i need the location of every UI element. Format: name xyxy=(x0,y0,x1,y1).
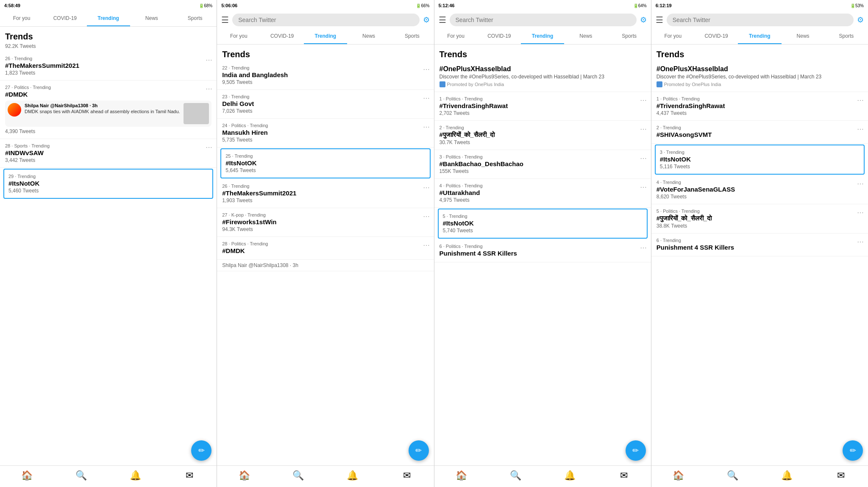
tab-covid---[interactable]: COVID-19 xyxy=(478,29,521,44)
tab-news[interactable]: News xyxy=(564,29,607,44)
trend-item[interactable]: 2 · Trending#पुजारियों_को_सैलरी_दो30.7K … xyxy=(434,121,651,150)
tab-sports[interactable]: Sports xyxy=(173,11,217,26)
trend-more-icon[interactable]: ⋯ xyxy=(857,96,864,104)
notifications-icon[interactable]: 🔔 xyxy=(760,470,814,481)
tab-trending[interactable]: Trending xyxy=(304,29,347,44)
settings-icon[interactable]: ⚙ xyxy=(640,15,647,25)
search-icon[interactable]: 🔍 xyxy=(54,470,108,481)
trend-more-icon[interactable]: ⋯ xyxy=(423,241,430,249)
trend-more-icon[interactable]: ⋯ xyxy=(423,184,430,192)
trend-more-icon[interactable]: ⋯ xyxy=(423,123,430,131)
trend-item[interactable]: 5 · Trending#ItsNotOK5,740 Tweets xyxy=(438,209,648,239)
search-icon[interactable]: 🔍 xyxy=(488,470,542,481)
trend-item[interactable]: 1 · Politics · Trending#TrivendraSinghRa… xyxy=(651,92,868,121)
search-icon[interactable]: 🔍 xyxy=(271,470,326,481)
trend-name: #Fireworks1stWin xyxy=(222,218,428,225)
tab-sports[interactable]: Sports xyxy=(825,29,868,44)
trend-more-icon[interactable]: ⋯ xyxy=(640,183,647,191)
tab-trending[interactable]: Trending xyxy=(87,11,130,26)
home-icon[interactable]: 🏠 xyxy=(434,470,489,481)
promoted-item[interactable]: #OnePlusXHasselbladDiscover the #OnePlus… xyxy=(651,61,868,92)
trend-more-icon[interactable]: ⋯ xyxy=(206,56,212,64)
trend-item[interactable]: 27 · K-pop · Trending#Fireworks1stWin94.… xyxy=(217,208,434,237)
promoted-item[interactable]: #OnePlusXHasselbladDiscover the #OnePlus… xyxy=(434,61,651,92)
trend-item[interactable]: 26 · Trending#TheMakersSummit20211,823 T… xyxy=(0,52,217,81)
tab-for-you[interactable]: For you xyxy=(0,11,43,26)
trend-more-icon[interactable]: ⋯ xyxy=(640,244,647,252)
trend-item[interactable]: 4 · Trending#VoteForJanaSenaGLASS8,620 T… xyxy=(651,175,868,204)
trend-item[interactable]: 22 · TrendingIndia and Bangladesh9,505 T… xyxy=(217,61,434,90)
tab-bar: For youCOVID-19TrendingNewsSports xyxy=(0,11,217,27)
messages-icon[interactable]: ✉ xyxy=(162,470,217,481)
trend-item[interactable]: 23 · TrendingDelhi Govt7,026 Tweets⋯ xyxy=(217,90,434,119)
hamburger-icon[interactable]: ☰ xyxy=(656,15,663,25)
trend-item[interactable]: 4 · Politics · Trending#Uttarakhand4,975… xyxy=(434,179,651,208)
hamburger-icon[interactable]: ☰ xyxy=(221,15,229,25)
trend-item[interactable]: 25 · Trending#ItsNotOK5,645 Tweets xyxy=(220,148,430,178)
tab-for-you[interactable]: For you xyxy=(651,29,695,44)
tab-for-you[interactable]: For you xyxy=(217,29,260,44)
trend-more-icon[interactable]: ⋯ xyxy=(857,125,864,133)
tab-covid---[interactable]: COVID-19 xyxy=(695,29,738,44)
notifications-icon[interactable]: 🔔 xyxy=(326,470,380,481)
notifications-icon[interactable]: 🔔 xyxy=(542,470,597,481)
tab-for-you[interactable]: For you xyxy=(434,29,478,44)
trend-item[interactable]: 6 · TrendingPunishment 4 SSR Killers⋯ xyxy=(651,234,868,256)
trend-more-icon[interactable]: ⋯ xyxy=(640,96,647,104)
trend-more-icon[interactable]: ⋯ xyxy=(423,65,430,73)
trend-item[interactable]: 24 · Politics · TrendingMansukh Hiren5,7… xyxy=(217,119,434,147)
trend-more-icon[interactable]: ⋯ xyxy=(640,154,647,162)
promoted-icon xyxy=(657,81,662,87)
tab-covid---[interactable]: COVID-19 xyxy=(43,11,86,26)
compose-fab[interactable]: ✏ xyxy=(626,440,646,461)
trend-item[interactable]: 3 · Trending#ItsNotOK5,116 Tweets xyxy=(655,145,865,175)
trend-item[interactable]: 5 · Politics · Trending#पुजारियों_को_सैल… xyxy=(651,204,868,234)
trend-item[interactable]: 29 · Trending#ItsNotOK5,460 Tweets xyxy=(3,169,213,199)
settings-icon[interactable]: ⚙ xyxy=(857,15,864,25)
home-icon[interactable]: 🏠 xyxy=(0,470,54,481)
tab-news[interactable]: News xyxy=(782,29,825,44)
search-icon[interactable]: 🔍 xyxy=(706,470,760,481)
settings-icon[interactable]: ⚙ xyxy=(423,15,430,25)
trend-more-icon[interactable]: ⋯ xyxy=(640,125,647,133)
hamburger-icon[interactable]: ☰ xyxy=(439,15,446,25)
compose-fab[interactable]: ✏ xyxy=(191,440,211,461)
messages-icon[interactable]: ✉ xyxy=(380,470,434,481)
tab-trending[interactable]: Trending xyxy=(521,29,564,44)
trend-item[interactable]: 2 · Trending#SHIVAsongSVMT⋯ xyxy=(651,121,868,144)
search-input[interactable] xyxy=(450,14,637,26)
messages-icon[interactable]: ✉ xyxy=(814,470,868,481)
trend-more-icon[interactable]: ⋯ xyxy=(857,209,864,217)
trend-item[interactable]: 28 · Sports · Trending#INDWvSAW3,442 Twe… xyxy=(0,139,217,168)
trend-more-icon[interactable]: ⋯ xyxy=(857,180,864,188)
search-input[interactable] xyxy=(667,14,854,26)
trend-item[interactable]: 28 · Politics · Trending#DMDK⋯ xyxy=(217,237,434,260)
tab-sports[interactable]: Sports xyxy=(390,29,434,44)
trend-item[interactable]: 27 · Politics · Trending#DMDK⋯Shilpa Nai… xyxy=(0,81,217,139)
trend-name: #ItsNotOK xyxy=(225,159,425,167)
trend-more-icon[interactable]: ⋯ xyxy=(423,94,430,102)
trend-item[interactable]: 6 · Politics · TrendingPunishment 4 SSR … xyxy=(434,239,651,262)
tab-trending[interactable]: Trending xyxy=(738,29,781,44)
home-icon[interactable]: 🏠 xyxy=(217,470,271,481)
tweet-avatar xyxy=(8,103,21,117)
notifications-icon[interactable]: 🔔 xyxy=(108,470,163,481)
tab-covid---[interactable]: COVID-19 xyxy=(261,29,304,44)
trend-more-icon[interactable]: ⋯ xyxy=(206,143,212,151)
trend-item[interactable]: 3 · Politics · Trending#BankBachao_DeshB… xyxy=(434,150,651,179)
trend-item[interactable]: 1 · Politics · Trending#TrivendraSinghRa… xyxy=(434,92,651,121)
status-time: 4:58:49 xyxy=(4,3,20,8)
tab-news[interactable]: News xyxy=(347,29,390,44)
compose-fab[interactable]: ✏ xyxy=(409,440,429,461)
tab-sports[interactable]: Sports xyxy=(608,29,651,44)
trend-item[interactable]: 26 · Trending#TheMakersSummit20211,903 T… xyxy=(217,179,434,208)
search-input[interactable] xyxy=(232,14,419,26)
trend-more-icon[interactable]: ⋯ xyxy=(423,212,430,220)
panel-4: 6:12:19🔋53%☰⚙For youCOVID-19TrendingNews… xyxy=(651,0,868,487)
home-icon[interactable]: 🏠 xyxy=(651,470,706,481)
compose-fab[interactable]: ✏ xyxy=(843,440,863,461)
messages-icon[interactable]: ✉ xyxy=(597,470,651,481)
tab-news[interactable]: News xyxy=(130,11,173,26)
trend-more-icon[interactable]: ⋯ xyxy=(206,85,212,93)
trend-more-icon[interactable]: ⋯ xyxy=(857,238,864,246)
